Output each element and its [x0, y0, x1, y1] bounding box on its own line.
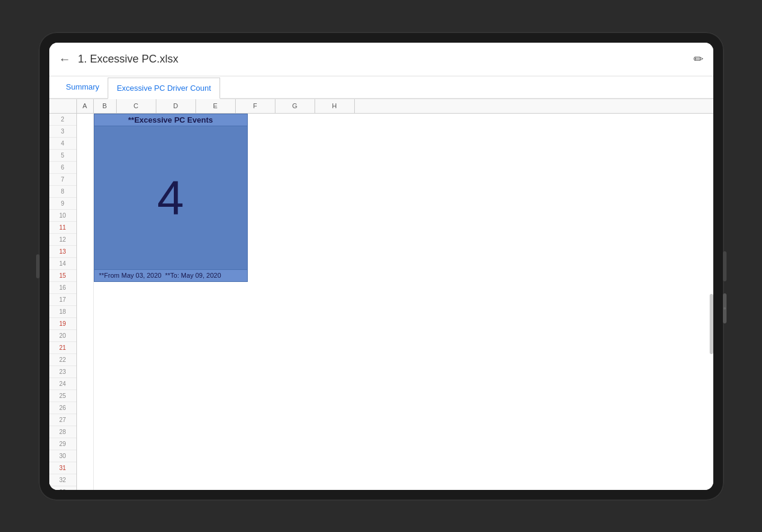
row-num-18: 18	[49, 306, 76, 318]
row-num-13: 13	[49, 246, 76, 258]
vertical-scrollbar[interactable]	[710, 294, 713, 354]
row-num-5: 5	[49, 150, 76, 162]
row-num-15: 15	[49, 270, 76, 282]
side-button-right2	[723, 293, 727, 323]
tab-driver-count[interactable]: Excessive PC Driver Count	[108, 78, 220, 99]
row-numbers: 2345678910111213141516171819202122232425…	[49, 114, 77, 490]
row-num-8: 8	[49, 186, 76, 198]
row-num-7: 7	[49, 174, 76, 186]
back-button[interactable]: ←	[59, 52, 71, 66]
row-num-10: 10	[49, 210, 76, 222]
col-header-f: F	[236, 99, 275, 113]
row-num-20: 20	[49, 330, 76, 342]
row-num-4: 4	[49, 138, 76, 150]
edit-icon: ✏	[693, 52, 704, 66]
row-num-11: 11	[49, 222, 76, 234]
tablet-frame: ← 1. Excessive PC.xlsx ✏ Summary Excessi…	[38, 32, 724, 501]
row-num-32: 32	[49, 474, 76, 486]
row-num-27: 27	[49, 414, 76, 426]
row-num-29: 29	[49, 438, 76, 450]
col-header-e: E	[196, 99, 236, 113]
row-num-14: 14	[49, 258, 76, 270]
row-num-header	[49, 99, 77, 113]
merged-cell-block[interactable]: **Excessive PC Events 4 **From May 03, 2…	[94, 114, 248, 282]
col-header-a: A	[77, 99, 94, 113]
merged-cell-footer: **From May 03, 2020 **To: May 09, 2020	[94, 269, 247, 281]
row-num-31: 31	[49, 462, 76, 474]
tablet-screen: ← 1. Excessive PC.xlsx ✏ Summary Excessi…	[49, 43, 713, 490]
col-header-b: B	[94, 99, 117, 113]
merged-cell-value: 4	[94, 126, 247, 269]
file-title: 1. Excessive PC.xlsx	[78, 53, 693, 66]
row-num-26: 26	[49, 402, 76, 414]
row-num-22: 22	[49, 354, 76, 366]
col-a-strip	[77, 114, 94, 490]
cells-area[interactable]: **Excessive PC Events 4 **From May 03, 2…	[77, 114, 713, 490]
row-num-21: 21	[49, 342, 76, 354]
row-num-24: 24	[49, 378, 76, 390]
row-num-6: 6	[49, 162, 76, 174]
col-header-g: G	[275, 99, 315, 113]
merged-cell-header: **Excessive PC Events	[94, 114, 247, 126]
side-button-right	[723, 251, 727, 281]
row-num-25: 25	[49, 390, 76, 402]
col-header-d: D	[156, 99, 196, 113]
side-button-left	[36, 254, 40, 278]
row-num-30: 30	[49, 450, 76, 462]
row-num-9: 9	[49, 198, 76, 210]
tabs-bar: Summary Excessive PC Driver Count	[49, 76, 713, 99]
edit-button[interactable]: ✏	[693, 52, 704, 66]
row-num-19: 19	[49, 318, 76, 330]
row-num-28: 28	[49, 426, 76, 438]
row-num-16: 16	[49, 282, 76, 294]
app-header: ← 1. Excessive PC.xlsx ✏	[49, 43, 713, 76]
spreadsheet: A B C D E F G H 234567891011121314151617…	[49, 99, 713, 490]
col-header-c: C	[117, 99, 156, 113]
grid-body: 2345678910111213141516171819202122232425…	[49, 114, 713, 490]
empty-cells-area	[248, 114, 713, 490]
row-num-23: 23	[49, 366, 76, 378]
back-arrow-icon: ←	[59, 52, 71, 66]
col-header-h: H	[315, 99, 355, 113]
row-num-12: 12	[49, 234, 76, 246]
row-num-3: 3	[49, 126, 76, 138]
row-num-2: 2	[49, 114, 76, 126]
row-num-17: 17	[49, 294, 76, 306]
tab-summary[interactable]: Summary	[58, 76, 108, 98]
column-headers: A B C D E F G H	[49, 99, 713, 114]
row-num-33: 33	[49, 486, 76, 490]
